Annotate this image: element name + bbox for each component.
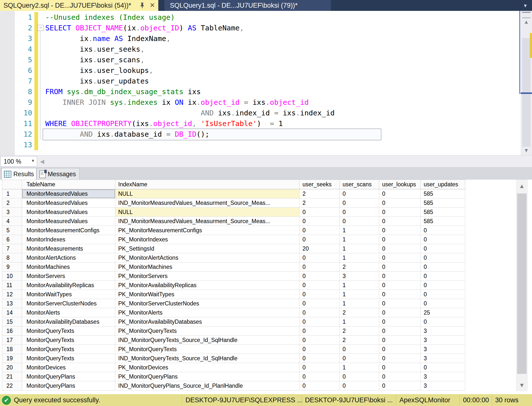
grid-cell[interactable]: MonitorAvailabilityReplicas: [22, 281, 115, 290]
code-line[interactable]: 13: [0, 140, 519, 150]
row-number-cell[interactable]: 6: [2, 235, 22, 244]
code-text[interactable]: SELECT OBJECT_NAME(ix.object_ID) AS Tabl…: [45, 23, 244, 33]
corner-header-cell[interactable]: [2, 180, 22, 189]
grid-cell[interactable]: 0: [300, 253, 340, 262]
grid-cell[interactable]: PK_MonitorQueryPlans: [115, 372, 300, 381]
column-header[interactable]: user_updates: [421, 180, 465, 189]
grid-cell[interactable]: MonitorMeasuredValues: [22, 217, 115, 226]
row-number-cell[interactable]: 11: [2, 281, 22, 290]
grid-cell[interactable]: 3: [421, 372, 465, 381]
grid-cell[interactable]: 0: [379, 189, 421, 198]
grid-cell[interactable]: MonitorMeasurements: [22, 244, 115, 253]
grid-cell[interactable]: 1: [340, 235, 379, 244]
code-line[interactable]: 8FROM sys.dm_db_index_usage_stats ixs: [0, 86, 519, 97]
row-number-cell[interactable]: 4: [2, 217, 22, 226]
grid-cell[interactable]: 0: [340, 217, 379, 226]
tab-results[interactable]: Results: [2, 168, 36, 180]
code-line[interactable]: 2SELECT OBJECT_NAME(ix.object_ID) AS Tab…: [0, 23, 519, 33]
row-number-cell[interactable]: 10: [2, 272, 22, 281]
grid-cell[interactable]: MonitorIndexes: [22, 235, 115, 244]
code-line[interactable]: 5 ixs.user_scans,: [0, 55, 519, 65]
grid-cell[interactable]: PK_MonitorAvailabilityReplicas: [115, 281, 300, 290]
row-number-cell[interactable]: 5: [2, 226, 22, 235]
grid-cell[interactable]: 0: [379, 226, 421, 235]
grid-cell[interactable]: IND_MonitorMeasuredValues_Measurment_Sou…: [115, 198, 300, 208]
grid-cell[interactable]: 0: [379, 354, 421, 363]
grid-cell[interactable]: 1: [340, 281, 379, 290]
grid-cell[interactable]: 0: [379, 299, 421, 308]
grid-cell[interactable]: PK_SettingsId: [115, 244, 300, 253]
grid-cell[interactable]: 1: [340, 226, 379, 235]
row-number-cell[interactable]: 14: [2, 308, 22, 317]
code-line[interactable]: 4 ixs.user_seeks,: [0, 44, 519, 55]
code-area[interactable]: 1--Unused indexes (Index usage)2SELECT O…: [0, 11, 532, 155]
code-text[interactable]: ixs.user_updates: [45, 76, 149, 86]
grid-cell[interactable]: 585: [421, 189, 465, 198]
grid-cell[interactable]: 0: [300, 299, 340, 308]
code-text[interactable]: FROM sys.dm_db_index_usage_stats ixs: [45, 86, 201, 97]
grid-cell[interactable]: 0: [379, 208, 421, 217]
grid-cell[interactable]: PK_MonitorServerClusterNodes: [115, 299, 300, 308]
grid-cell[interactable]: MonitorMachines: [22, 262, 115, 272]
grid-cell[interactable]: MonitorQueryPlans: [22, 381, 115, 390]
grid-cell[interactable]: PK_MonitorIndexes: [115, 235, 300, 244]
column-header[interactable]: user_scans: [340, 180, 379, 189]
row-number-cell[interactable]: 2: [2, 198, 22, 208]
grid-cell[interactable]: 0: [300, 363, 340, 372]
code-text[interactable]: AND ixs.database_id = DB_ID();: [45, 129, 209, 140]
grid-cell[interactable]: 0: [421, 272, 465, 281]
grid-cell[interactable]: 0: [300, 235, 340, 244]
grid-cell[interactable]: 0: [379, 217, 421, 226]
grid-scrollbar-thumb[interactable]: [517, 193, 527, 374]
grid-cell[interactable]: PK_MonitorMeasurementConfigs: [115, 226, 300, 235]
grid-cell[interactable]: 1: [340, 299, 379, 308]
grid-cell[interactable]: MonitorQueryTexts: [22, 326, 115, 336]
grid-cell[interactable]: 0: [379, 326, 421, 336]
code-line[interactable]: 9 INNER JOIN sys.indexes ix ON ix.object…: [0, 97, 519, 108]
grid-cell[interactable]: MonitorMeasuredValues: [22, 198, 115, 208]
grid-cell[interactable]: IND_MonitorMeasuredValues_Measurment_Sou…: [115, 217, 300, 226]
grid-cell[interactable]: 3: [421, 326, 465, 336]
grid-cell[interactable]: 0: [421, 317, 465, 326]
grid-cell[interactable]: MonitorWaitTypes: [22, 290, 115, 299]
grid-cell[interactable]: NULL: [115, 208, 300, 217]
row-number-cell[interactable]: 19: [2, 354, 22, 363]
row-number-cell[interactable]: 1: [2, 189, 22, 198]
grid-cell[interactable]: 0: [300, 326, 340, 336]
row-number-cell[interactable]: 22: [2, 381, 22, 390]
grid-cell[interactable]: 0: [379, 381, 421, 390]
grid-cell[interactable]: 25: [421, 308, 465, 317]
grid-cell[interactable]: 2: [300, 189, 340, 198]
zoom-dropdown-icon[interactable]: ▼: [31, 159, 35, 163]
collapse-region-icon[interactable]: −: [38, 25, 44, 31]
grid-cell[interactable]: PK_MonitorQueryTexts: [115, 326, 300, 336]
code-text[interactable]: ixs.user_seeks,: [45, 44, 145, 55]
grid-cell[interactable]: MonitorMeasurementConfigs: [22, 226, 115, 235]
grid-cell[interactable]: 0: [421, 226, 465, 235]
grid-cell[interactable]: 0: [421, 281, 465, 290]
grid-cell[interactable]: 0: [340, 208, 379, 217]
code-text[interactable]: ix.name AS IndexName,: [45, 33, 170, 44]
code-text[interactable]: INNER JOIN sys.indexes ix ON ix.object_i…: [45, 97, 309, 108]
grid-cell[interactable]: 0: [379, 372, 421, 381]
row-number-cell[interactable]: 20: [2, 363, 22, 372]
pin-icon[interactable]: [139, 2, 145, 9]
grid-cell[interactable]: 0: [421, 235, 465, 244]
grid-cell[interactable]: 20: [300, 244, 340, 253]
column-header[interactable]: user_seeks: [300, 180, 340, 189]
grid-cell[interactable]: MonitorAlertActions: [22, 253, 115, 262]
grid-cell[interactable]: 0: [300, 308, 340, 317]
grid-cell[interactable]: PK_MonitorAvailabilityDatabases: [115, 317, 300, 326]
close-icon[interactable]: ✕: [149, 1, 156, 9]
row-number-cell[interactable]: 18: [2, 345, 22, 354]
row-number-cell[interactable]: 21: [2, 372, 22, 381]
grid-cell[interactable]: 1: [340, 363, 379, 372]
grid-cell[interactable]: 0: [421, 299, 465, 308]
grid-cell[interactable]: 0: [300, 226, 340, 235]
code-line[interactable]: 3 ix.name AS IndexName,: [0, 33, 519, 44]
grid-scroll-up-icon[interactable]: ▲: [516, 181, 528, 191]
grid-cell[interactable]: MonitorQueryTexts: [22, 354, 115, 363]
sql-editor[interactable]: 1--Unused indexes (Index usage)2SELECT O…: [0, 11, 532, 155]
grid-cell[interactable]: 0: [340, 189, 379, 198]
grid-cell[interactable]: NULL: [115, 189, 300, 198]
